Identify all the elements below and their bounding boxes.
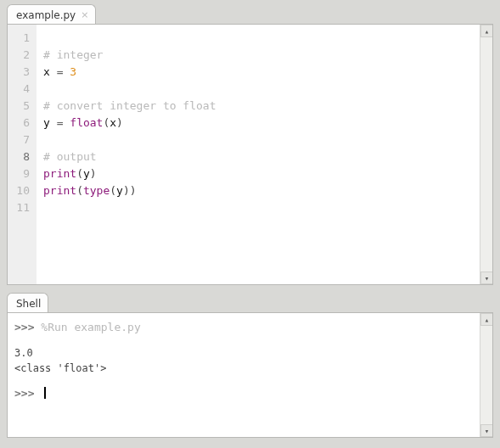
shell-tab-label: Shell bbox=[16, 298, 41, 310]
line-number: 3 bbox=[8, 64, 30, 81]
shell-run-command: %Run example.py bbox=[41, 321, 140, 333]
line-number: 11 bbox=[8, 199, 30, 216]
code-text[interactable]: # integerx = 3 # convert integer to floa… bbox=[37, 25, 223, 284]
shell-panel: >>> %Run example.py 3.0 <class 'float'> … bbox=[7, 312, 493, 438]
shell-output-line: <class 'float'> bbox=[14, 361, 473, 376]
editor-tab[interactable]: example.py × bbox=[7, 4, 96, 25]
line-number: 9 bbox=[8, 165, 30, 182]
code-line[interactable]: # convert integer to float bbox=[43, 98, 216, 115]
shell-prompt: >>> bbox=[14, 387, 34, 400]
code-line[interactable]: # integer bbox=[43, 47, 216, 64]
code-line[interactable]: # output bbox=[43, 148, 216, 165]
line-number-gutter: 1234567891011 bbox=[8, 25, 37, 284]
code-line[interactable] bbox=[43, 30, 216, 47]
line-number: 7 bbox=[8, 132, 30, 148]
code-area[interactable]: 1234567891011 # integerx = 3 # convert i… bbox=[8, 25, 480, 284]
scroll-up-icon[interactable]: ▴ bbox=[480, 313, 493, 326]
shell-body[interactable]: >>> %Run example.py 3.0 <class 'float'> … bbox=[8, 313, 480, 437]
shell-tab[interactable]: Shell bbox=[7, 293, 48, 313]
editor-scrollbar[interactable]: ▴ ▾ bbox=[480, 25, 492, 284]
code-line[interactable] bbox=[43, 132, 216, 148]
code-line[interactable] bbox=[43, 199, 216, 216]
scroll-down-icon[interactable]: ▾ bbox=[480, 424, 493, 437]
code-line[interactable] bbox=[43, 81, 216, 98]
code-line[interactable]: x = 3 bbox=[43, 64, 216, 81]
line-number: 8 bbox=[8, 148, 30, 165]
code-line[interactable]: print(y) bbox=[43, 165, 216, 182]
editor-pane: example.py × 1234567891011 # integerx = … bbox=[7, 3, 493, 285]
shell-tabbar: Shell bbox=[7, 292, 493, 312]
code-line[interactable]: print(type(y)) bbox=[43, 182, 216, 199]
line-number: 6 bbox=[8, 115, 30, 132]
shell-prompt: >>> bbox=[14, 321, 34, 333]
scroll-down-icon[interactable]: ▾ bbox=[480, 272, 493, 284]
shell-pane: Shell >>> %Run example.py 3.0 <class 'fl… bbox=[7, 292, 493, 438]
shell-cursor bbox=[44, 387, 46, 399]
editor-tabbar: example.py × bbox=[7, 3, 493, 24]
scroll-up-icon[interactable]: ▴ bbox=[480, 25, 493, 37]
editor-panel: 1234567891011 # integerx = 3 # convert i… bbox=[7, 24, 493, 285]
editor-tab-label: example.py bbox=[16, 9, 76, 21]
line-number: 1 bbox=[8, 30, 30, 47]
code-line[interactable]: y = float(x) bbox=[43, 115, 216, 132]
close-icon[interactable]: × bbox=[81, 10, 88, 20]
line-number: 2 bbox=[8, 47, 30, 64]
line-number: 5 bbox=[8, 98, 30, 115]
line-number: 4 bbox=[8, 81, 30, 98]
line-number: 10 bbox=[8, 182, 30, 199]
shell-output-line: 3.0 bbox=[14, 345, 473, 361]
shell-scrollbar[interactable]: ▴ ▾ bbox=[480, 313, 492, 437]
